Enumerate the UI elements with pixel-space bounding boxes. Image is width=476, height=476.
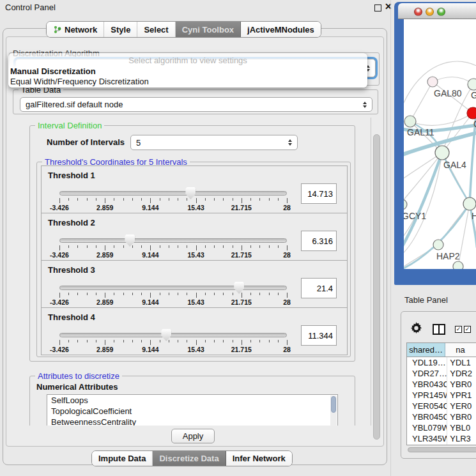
threshold-value-field[interactable] [301,325,337,346]
mode-tab-infer-network[interactable]: Infer Network [226,451,292,466]
float-window-icon[interactable] [374,4,381,12]
checkbox-checked-icon[interactable]: ✓ [455,326,462,333]
major-tick [242,198,242,203]
minimize-traffic-light[interactable] [426,8,434,16]
minor-tick [259,340,260,342]
minor-tick [187,340,187,342]
close-traffic-light[interactable] [414,8,422,16]
mode-tab-impute-data[interactable]: Impute Data [92,451,153,466]
tick-label: 15.43 [187,251,204,259]
major-tick [242,245,242,250]
column-header-name[interactable]: na [445,343,476,357]
slider-thumb[interactable] [161,329,171,341]
major-tick [242,293,242,298]
table-row[interactable]: YPR145WYPR1 [407,390,476,401]
table-row[interactable]: YDL19…YDL1 [407,357,476,368]
slider-thumb[interactable] [234,282,244,294]
network-node[interactable] [435,146,449,160]
numerical-attributes-list[interactable]: SelfLoopsTopologicalCoefficientBetweenne… [47,394,338,426]
table-row[interactable]: YIL052CYIL0 [407,444,476,445]
network-node[interactable] [427,77,438,87]
network-node[interactable] [463,197,476,210]
table-row[interactable]: YBL079WYBL0 [407,422,476,433]
minor-tick [223,293,224,295]
threshold-value-field[interactable] [301,278,337,298]
tab-style[interactable]: Style [104,22,137,37]
table-row[interactable]: YDR27…YDR2 [407,368,476,379]
number-of-intervals-combobox[interactable]: 5 [130,135,298,150]
apply-button[interactable]: Apply [171,429,215,443]
table-row[interactable]: YBR043CYBR0 [407,379,476,390]
cell-shared-name: YDL19… [407,357,447,368]
minor-tick [214,198,215,201]
tab-jactivemnodules[interactable]: jActiveMNodules [241,22,321,37]
minor-tick [178,340,178,342]
slider-thumb[interactable] [125,234,135,247]
network-node[interactable] [404,116,416,127]
slider-track[interactable] [59,286,287,290]
network-node[interactable] [467,107,476,119]
popup-option-manual-discretization[interactable]: Manual Discretization [10,66,96,76]
app-root: { "window": { "title": "Control Panel" }… [0,0,476,476]
minor-tick [233,198,233,201]
mode-tab-discretize-data[interactable]: Discretize Data [153,451,226,466]
network-node-label[interactable]: GAL4 [443,160,466,170]
network-view-window[interactable]: GAL80GACGAL11GAL4GCY1HHAP2 [394,2,476,285]
network-node-label[interactable]: GA [471,90,476,100]
network-node[interactable] [404,199,407,210]
tick-label: 21.715 [231,298,252,306]
threshold-value-field[interactable] [301,183,337,204]
list-scrollbar-thumb[interactable] [331,396,336,413]
split-columns-icon[interactable] [433,324,445,335]
list-scrollbar[interactable] [330,395,337,426]
minor-tick [96,340,96,342]
minor-tick [250,340,251,342]
table-horizontal-scrollbar-thumb[interactable] [408,447,476,452]
table-data-combobox[interactable]: galFiltered.sif default node [20,97,372,112]
tab-cyni-toolbox[interactable]: Cyni Toolbox [176,22,241,37]
split-pane-divider[interactable] [390,0,391,476]
network-node-label[interactable]: C [473,119,476,129]
checkbox-checked-icon[interactable]: ✓ [464,326,471,333]
list-item-selfloops[interactable]: SelfLoops [47,395,337,406]
major-tick [287,340,288,345]
zoom-traffic-light[interactable] [437,8,445,16]
cell-name: YLR3 [447,433,476,444]
network-canvas[interactable]: GAL80GACGAL11GAL4GCY1HHAP2 [404,19,476,269]
minor-tick [160,245,160,248]
popup-option-equal-width-frequency[interactable]: Equal Width/Frequency Discretization [10,77,149,86]
slider-track[interactable] [59,333,287,337]
network-node-label[interactable]: HAP2 [436,251,460,261]
cell-shared-name: YBR045C [407,411,447,422]
minor-tick [187,198,187,201]
tab-network[interactable]: Network [47,22,104,37]
cell-shared-name: YBL079W [407,422,447,433]
cell-name: YER0 [447,401,476,411]
network-node[interactable] [468,79,476,90]
tab-select[interactable]: Select [137,22,175,37]
slider-track[interactable] [59,238,287,243]
network-node-label[interactable]: GCY1 [404,211,426,221]
main-scrollbar-thumb[interactable] [373,134,380,440]
network-node-label[interactable]: H [472,211,476,221]
network-node-label[interactable]: GAL80 [434,88,462,98]
slider-track[interactable] [59,191,287,196]
table-row[interactable]: YLR345WYLR3 [407,433,476,444]
major-tick [59,293,60,298]
list-item-betweennesscentrality[interactable]: BetweennessCentrality [47,417,337,426]
list-item-topologicalcoefficient[interactable]: TopologicalCoefficient [47,406,337,417]
network-window-titlebar[interactable] [398,3,476,19]
network-node[interactable] [453,261,463,269]
minor-tick [77,245,78,248]
gear-icon[interactable] [410,322,422,336]
minor-tick [114,198,114,201]
minor-tick [278,245,279,248]
column-header-shared[interactable]: shared… [407,343,445,357]
network-node-label[interactable]: GAL11 [407,127,434,137]
minor-tick [169,340,169,342]
threshold-value-field[interactable] [301,231,337,251]
table-row[interactable]: YER054CYER0 [407,401,476,411]
minor-tick [141,293,142,295]
table-row[interactable]: YBR045CYBR0 [407,411,476,422]
network-node[interactable] [433,240,443,250]
